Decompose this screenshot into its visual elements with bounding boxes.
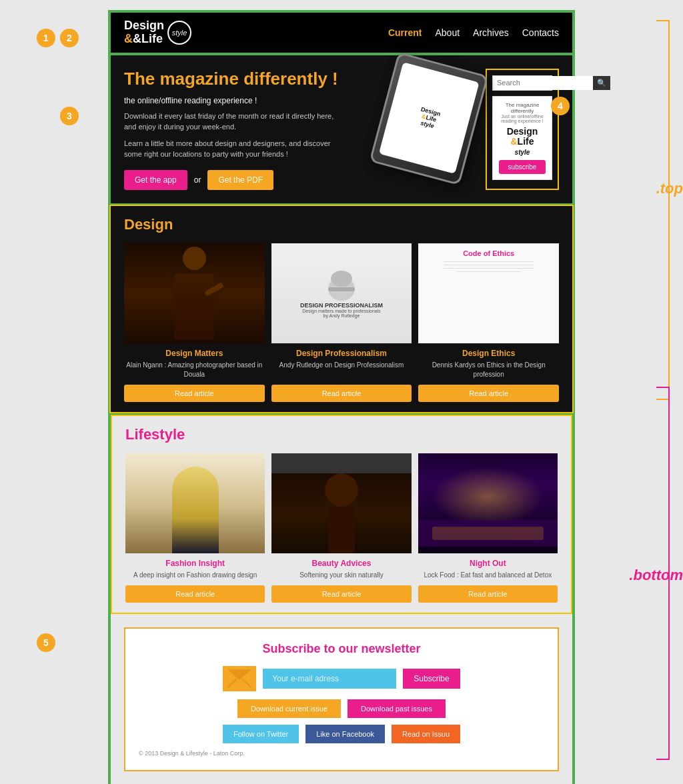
- search-box: 🔍: [492, 75, 552, 91]
- doc-line-2: [444, 265, 534, 265]
- issuu-button[interactable]: Read on Issuu: [392, 725, 460, 743]
- annotation-5: 5: [37, 633, 55, 652]
- hero-area: The magazine differently ! the online/of…: [109, 54, 574, 205]
- top-bracket-label: .top: [656, 180, 683, 197]
- widget-subscribe-button[interactable]: subscribe: [499, 160, 546, 174]
- article-card-design-ethics: Code of Ethics Design Ethics Dennis Kard…: [418, 243, 559, 402]
- article-card-design-matters: Design Matters Alain Ngann : Amazing pho…: [124, 243, 265, 402]
- annotation-4: 4: [551, 97, 570, 115]
- lifestyle-section-title: Lifestyle: [125, 426, 558, 443]
- design-matters-image: [124, 243, 265, 343]
- book-subtitle: Design matters made to professionals: [302, 309, 381, 313]
- nav-current[interactable]: Current: [388, 27, 422, 38]
- design-ethics-read-button[interactable]: Read article: [418, 385, 559, 402]
- book-title: DESIGN PROFESSIONALISM: [300, 302, 383, 309]
- email-icon: [223, 666, 256, 691]
- facebook-button[interactable]: Like on Facebook: [305, 725, 385, 743]
- tablet-illustration: Design&Lifestyle: [382, 62, 489, 182]
- beauty-desc: Softening your skin naturally: [271, 571, 411, 580]
- hero-sidebar: 🔍 The magazine differently Just an onlin…: [486, 69, 559, 190]
- center-column: Design &&Life style Current About Archiv…: [108, 10, 575, 784]
- design-section-title: Design: [124, 216, 559, 233]
- beauty-image: [271, 453, 411, 553]
- beauty-title: Beauty Advices: [271, 559, 411, 568]
- doc-line-3: [444, 268, 534, 269]
- logo-area: Design &&Life style: [124, 19, 191, 46]
- doc-line-4: [457, 271, 521, 272]
- design-ethics-desc: Dennis Kardys on Ethics in the Design pr…: [418, 361, 559, 379]
- design-matters-read-button[interactable]: Read article: [124, 385, 265, 402]
- design-professionalism-read-button[interactable]: Read article: [271, 385, 412, 402]
- beauty-read-button[interactable]: Read article: [271, 585, 411, 603]
- email-svg: [227, 669, 251, 688]
- design-ethics-image: Code of Ethics: [418, 243, 559, 343]
- download-row: Download current issue Download past iss…: [139, 699, 544, 718]
- nav-contacts[interactable]: Contacts: [522, 27, 559, 38]
- site-header: Design &&Life style Current About Archiv…: [109, 11, 574, 54]
- nightout-lights: [432, 467, 544, 527]
- get-app-button[interactable]: Get the app: [124, 170, 187, 190]
- annotation-1: 1: [37, 29, 55, 47]
- design-articles-grid: Design Matters Alain Ngann : Amazing pho…: [124, 243, 559, 402]
- design-ethics-title: Design Ethics: [418, 349, 559, 358]
- top-bracket: [656, 20, 670, 400]
- helmet-svg: [325, 269, 358, 302]
- design-matters-desc: Alain Ngann : Amazing photographer based…: [124, 361, 265, 379]
- search-input[interactable]: [493, 76, 593, 90]
- newsletter-email-row: Subscribe: [139, 666, 544, 691]
- download-current-button[interactable]: Download current issue: [237, 699, 341, 718]
- design-professionalism-image: DESIGN PROFESSIONALISM Design matters ma…: [271, 243, 412, 343]
- svg-point-1: [331, 271, 352, 287]
- newsletter-title: Subscribe to our newsletter: [139, 642, 544, 656]
- hero-desc2: Learn a little bit more about design and…: [124, 138, 337, 160]
- tablet-screen: Design&Lifestyle: [379, 62, 480, 174]
- widget-subtitle: The magazine differently: [498, 102, 546, 114]
- annotation-2: 2: [60, 29, 79, 47]
- newsletter-subscribe-button[interactable]: Subscribe: [403, 669, 460, 689]
- logo-text: Design &&Life: [124, 19, 164, 46]
- sidebar-widget: The magazine differently Just an online/…: [492, 96, 552, 180]
- search-button[interactable]: 🔍: [593, 76, 610, 90]
- social-row: Follow on Twitter Like on Facebook Read …: [139, 725, 544, 743]
- tablet-logo: Design&Lifestyle: [417, 105, 442, 130]
- book-author: by Andy Rutledge: [323, 313, 360, 318]
- book-cover-bg: DESIGN PROFESSIONALISM Design matters ma…: [271, 243, 412, 343]
- logo-circle: style: [167, 21, 191, 45]
- design-section: Design: [109, 205, 574, 413]
- lifestyle-section: Lifestyle Fashion Insight A deep insight…: [111, 415, 572, 614]
- fashion-read-button[interactable]: Read article: [125, 585, 265, 603]
- top-section: The magazine differently ! the online/of…: [109, 54, 574, 413]
- portrait-head: [183, 247, 206, 270]
- bottom-bracket-label: .bottom: [629, 567, 683, 584]
- fashion-desc: A deep insight on Fashion drawing design: [125, 571, 265, 580]
- article-card-nightout: Night Out Lock Food : Eat fast and balan…: [418, 453, 558, 603]
- get-pdf-button[interactable]: Get the PDF: [207, 170, 273, 190]
- email-input[interactable]: [263, 669, 396, 689]
- fashion-figure: [172, 467, 219, 553]
- article-card-beauty: Beauty Advices Softening your skin natur…: [271, 453, 411, 603]
- fashion-title: Fashion Insight: [125, 559, 265, 568]
- nav-about[interactable]: About: [435, 27, 460, 38]
- widget-subdesc: Just an online/offline reading experienc…: [498, 114, 546, 123]
- twitter-button[interactable]: Follow on Twitter: [223, 725, 299, 743]
- nightout-bg: [418, 453, 558, 553]
- site-container: Design &&Life style Current About Archiv…: [108, 10, 575, 784]
- design-professionalism-desc: Andy Rutledge on Design Professionalism: [271, 361, 412, 379]
- nightout-read-button[interactable]: Read article: [418, 585, 558, 603]
- doc-title: Code of Ethics: [463, 249, 514, 257]
- white-doc-bg: Code of Ethics: [418, 243, 559, 343]
- download-past-button[interactable]: Download past issues: [348, 699, 446, 718]
- bottom-section: Lifestyle Fashion Insight A deep insight…: [109, 413, 574, 784]
- annotation-3: 3: [60, 107, 79, 125]
- hero-main: The magazine differently ! the online/of…: [124, 69, 476, 190]
- doc-line-1: [444, 261, 534, 262]
- or-text: or: [194, 175, 201, 185]
- nightout-title: Night Out: [418, 559, 558, 568]
- fashion-image: [125, 453, 265, 553]
- nav-menu: Current About Archives Contacts: [388, 27, 559, 38]
- nightout-image: [418, 453, 558, 553]
- hero-desc1: Download it every last friday of the mon…: [124, 111, 337, 133]
- tablet-shape: Design&Lifestyle: [369, 51, 488, 185]
- nav-archives[interactable]: Archives: [473, 27, 509, 38]
- lifestyle-articles-grid: Fashion Insight A deep insight on Fashio…: [125, 453, 558, 603]
